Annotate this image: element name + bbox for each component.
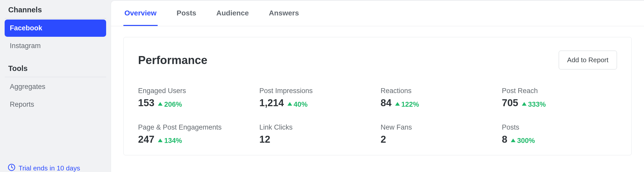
metric-delta: 206% — [158, 101, 182, 108]
metric-delta-text: 40% — [294, 101, 308, 108]
metric-label: Page & Post Engagements — [138, 123, 253, 131]
metric-value: 8 — [502, 134, 507, 144]
metric-label: Post Impressions — [259, 87, 375, 95]
metric-value-row: 8300% — [502, 134, 617, 145]
metric-delta-text: 122% — [401, 101, 419, 108]
metric-value: 2 — [381, 134, 386, 144]
sidebar-item-instagram[interactable]: Instagram — [5, 37, 106, 55]
metric-cell[interactable]: Post Impressions1,21440% — [259, 87, 375, 108]
metric-cell[interactable]: Engaged Users153206% — [138, 87, 253, 108]
app-root: Channels Facebook Instagram Tools Aggreg… — [0, 0, 644, 172]
metric-label: Post Reach — [502, 87, 617, 95]
metric-value-row: 247134% — [138, 134, 253, 145]
metric-label: New Fans — [381, 123, 496, 131]
metric-cell[interactable]: New Fans2 — [381, 123, 496, 145]
sidebar-item-facebook[interactable]: Facebook — [5, 20, 106, 37]
metric-value: 153 — [138, 98, 154, 108]
triangle-up-icon — [511, 139, 515, 142]
sidebar: Channels Facebook Instagram Tools Aggreg… — [0, 0, 111, 172]
metric-delta: 333% — [522, 101, 546, 108]
tabs: Overview Posts Audience Answers — [111, 1, 644, 26]
sidebar-spacer — [5, 55, 106, 62]
metric-label: Reactions — [381, 87, 496, 95]
metric-cell[interactable]: Posts8300% — [502, 123, 617, 145]
tab-overview[interactable]: Overview — [123, 1, 158, 26]
metric-value: 84 — [381, 98, 392, 108]
triangle-up-icon — [287, 102, 292, 106]
metric-delta: 40% — [287, 101, 308, 108]
trial-notice-text: Trial ends in 10 days — [19, 164, 80, 172]
metric-value: 247 — [138, 134, 154, 144]
metric-value-row: 12 — [259, 134, 375, 144]
metric-value: 12 — [259, 134, 270, 144]
metric-delta: 134% — [158, 137, 182, 145]
triangle-up-icon — [158, 139, 163, 142]
metric-value-row: 84122% — [381, 98, 496, 108]
sidebar-item-label: Reports — [10, 101, 34, 108]
tab-posts[interactable]: Posts — [176, 1, 197, 26]
card-title: Performance — [138, 54, 207, 67]
performance-card: Performance Add to Report Engaged Users1… — [123, 37, 632, 155]
main-panel: Overview Posts Audience Answers Performa… — [111, 1, 644, 172]
trial-notice[interactable]: Trial ends in 10 days — [8, 164, 80, 172]
tab-label: Audience — [216, 9, 249, 17]
metric-value-row: 2 — [381, 134, 496, 144]
metric-delta-text: 206% — [164, 101, 182, 108]
metric-label: Link Clicks — [259, 123, 375, 131]
metrics-grid: Engaged Users153206%Post Impressions1,21… — [138, 87, 617, 145]
clock-icon — [8, 164, 15, 172]
sidebar-item-label: Facebook — [10, 24, 42, 32]
sidebar-section-channels-title: Channels — [5, 3, 106, 19]
sidebar-section-tools-title: Tools — [5, 62, 106, 77]
card-header: Performance Add to Report — [138, 51, 617, 69]
metric-value-row: 1,21440% — [259, 98, 375, 108]
metric-label: Engaged Users — [138, 87, 253, 95]
content-area: Performance Add to Report Engaged Users1… — [111, 26, 644, 172]
metric-delta: 300% — [511, 137, 535, 145]
sidebar-item-aggregates[interactable]: Aggregates — [5, 78, 106, 95]
metric-delta-text: 134% — [164, 137, 182, 145]
metric-label: Posts — [502, 123, 617, 131]
metric-cell[interactable]: Post Reach705333% — [502, 87, 617, 108]
metric-value-row: 705333% — [502, 98, 617, 108]
metric-delta-text: 300% — [517, 137, 535, 145]
metric-value-row: 153206% — [138, 98, 253, 108]
add-to-report-button[interactable]: Add to Report — [559, 51, 617, 69]
metric-cell[interactable]: Page & Post Engagements247134% — [138, 123, 253, 145]
metric-value: 1,214 — [259, 98, 284, 108]
metric-cell[interactable]: Reactions84122% — [381, 87, 496, 108]
sidebar-item-reports[interactable]: Reports — [5, 96, 106, 113]
metric-cell[interactable]: Link Clicks12 — [259, 123, 375, 145]
metric-delta-text: 333% — [528, 101, 546, 108]
tab-answers[interactable]: Answers — [268, 1, 300, 26]
sidebar-item-label: Aggregates — [10, 83, 45, 90]
triangle-up-icon — [395, 102, 400, 106]
triangle-up-icon — [158, 102, 163, 106]
triangle-up-icon — [522, 102, 527, 106]
metric-delta: 122% — [395, 101, 419, 108]
tab-audience[interactable]: Audience — [215, 1, 250, 26]
tab-label: Answers — [269, 9, 299, 17]
tab-label: Overview — [124, 9, 157, 17]
sidebar-item-label: Instagram — [10, 42, 41, 50]
metric-value: 705 — [502, 98, 518, 108]
tab-label: Posts — [177, 9, 196, 17]
